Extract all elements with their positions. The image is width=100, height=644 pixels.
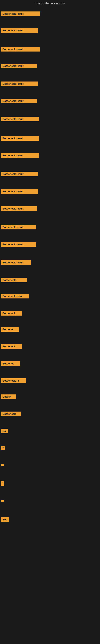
bottleneck-badge-2: Bottleneck result xyxy=(1,28,38,33)
bottleneck-item-26[interactable]: B xyxy=(1,446,5,451)
bottleneck-badge-30: Bot xyxy=(1,517,9,522)
bottleneck-item-14[interactable]: Bottleneck result xyxy=(1,242,36,248)
bottleneck-item-1[interactable]: Bottleneck result xyxy=(1,12,40,17)
bottleneck-badge-5: Bottleneck result xyxy=(1,82,38,86)
bottleneck-item-23[interactable]: Bottler xyxy=(1,394,16,400)
bottleneck-badge-1: Bottleneck result xyxy=(1,12,40,16)
bottleneck-item-9[interactable]: Bottleneck result xyxy=(1,153,39,158)
bottleneck-item-3[interactable]: Bottleneck result xyxy=(1,47,40,52)
bottleneck-item-28[interactable]: | xyxy=(1,481,4,486)
bottleneck-badge-4: Bottleneck result xyxy=(1,64,37,68)
bottleneck-badge-22: Bottleneck re xyxy=(1,378,26,383)
bottleneck-item-29[interactable] xyxy=(1,499,4,503)
bottleneck-item-11[interactable]: Bottleneck result xyxy=(1,189,38,194)
bottleneck-item-7[interactable]: Bottleneck result xyxy=(1,117,39,122)
bottleneck-item-12[interactable]: Bottleneck result xyxy=(1,206,37,212)
bottleneck-badge-13: Bottleneck result xyxy=(1,225,36,230)
bottleneck-item-27[interactable] xyxy=(1,463,4,466)
bottleneck-badge-10: Bottleneck result xyxy=(1,172,38,176)
bottleneck-badge-17: Bottleneck resu xyxy=(1,294,29,298)
bottleneck-item-30[interactable]: Bot xyxy=(1,517,9,523)
bottleneck-item-4[interactable]: Bottleneck result xyxy=(1,64,37,69)
bottleneck-badge-27 xyxy=(1,464,4,466)
bottleneck-item-24[interactable]: Bottleneck xyxy=(1,412,21,417)
bottleneck-item-15[interactable]: Bottleneck result xyxy=(1,260,31,266)
bottleneck-item-5[interactable]: Bottleneck result xyxy=(1,82,38,87)
bottleneck-badge-8: Bottleneck result xyxy=(1,136,39,141)
bottleneck-badge-3: Bottleneck result xyxy=(1,47,40,52)
bottleneck-item-8[interactable]: Bottleneck result xyxy=(1,136,39,142)
bottleneck-item-21[interactable]: Bottlenec xyxy=(1,361,20,367)
bottleneck-badge-15: Bottleneck result xyxy=(1,260,31,265)
bottleneck-badge-9: Bottleneck result xyxy=(1,153,39,158)
bottleneck-item-20[interactable]: Bottleneck xyxy=(1,344,22,350)
bottleneck-badge-23: Bottler xyxy=(1,394,16,399)
bottleneck-badge-25: Bo xyxy=(1,429,8,433)
bottleneck-badge-21: Bottlenec xyxy=(1,361,20,366)
bottleneck-badge-6: Bottleneck result xyxy=(1,98,37,103)
bottleneck-badge-19: Bottlene xyxy=(1,327,19,332)
bottleneck-badge-11: Bottleneck result xyxy=(1,189,38,194)
bottleneck-item-22[interactable]: Bottleneck re xyxy=(1,378,26,384)
bottleneck-item-13[interactable]: Bottleneck result xyxy=(1,225,36,230)
bottleneck-item-25[interactable]: Bo xyxy=(1,429,8,434)
site-title: TheBottlenecker.com xyxy=(0,0,100,7)
bottleneck-item-18[interactable]: Bottleneck xyxy=(1,311,22,316)
bottleneck-badge-7: Bottleneck result xyxy=(1,117,39,121)
bottleneck-item-16[interactable]: Bottleneck r xyxy=(1,278,27,283)
bottleneck-badge-28: | xyxy=(1,481,4,486)
bottleneck-badge-14: Bottleneck result xyxy=(1,242,36,247)
bottleneck-item-17[interactable]: Bottleneck resu xyxy=(1,294,29,299)
bottleneck-badge-20: Bottleneck xyxy=(1,344,22,349)
bottleneck-item-6[interactable]: Bottleneck result xyxy=(1,98,37,104)
bottleneck-badge-16: Bottleneck r xyxy=(1,278,27,282)
bottleneck-badge-26: B xyxy=(1,446,5,450)
bottleneck-item-19[interactable]: Bottlene xyxy=(1,327,19,332)
bottleneck-badge-24: Bottleneck xyxy=(1,412,21,416)
bottleneck-item-2[interactable]: Bottleneck result xyxy=(1,28,38,34)
bottleneck-badge-29 xyxy=(1,500,4,502)
bottleneck-item-10[interactable]: Bottleneck result xyxy=(1,172,38,177)
bottleneck-badge-12: Bottleneck result xyxy=(1,206,37,211)
bottleneck-badge-18: Bottleneck xyxy=(1,311,22,316)
